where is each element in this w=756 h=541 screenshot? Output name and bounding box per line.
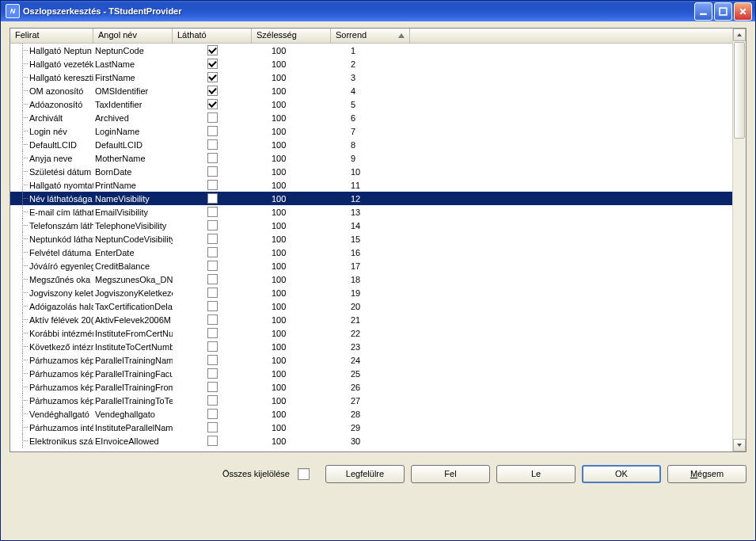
visible-checkbox[interactable] <box>207 59 218 69</box>
table-row[interactable]: Hallgató nyomtatPrintName10011 <box>10 178 733 192</box>
cancel-button[interactable]: Mégsem <box>667 465 747 483</box>
table-row[interactable]: Születési dátumBornDate10010 <box>10 165 733 178</box>
visible-checkbox[interactable] <box>207 220 218 230</box>
table-row[interactable]: Megszűnés okaMegszunesOka_DN10018 <box>10 272 733 286</box>
table-row[interactable]: Aktív félévek 20(AktivFelevek2006M10021 <box>10 313 733 326</box>
table-row[interactable]: Login névLoginName1007 <box>10 124 733 138</box>
tree-lines-icon <box>15 353 29 367</box>
cell-szelesseg: 100 <box>252 288 331 299</box>
tree-lines-icon <box>15 57 29 70</box>
up-button[interactable]: Fel <box>411 465 490 483</box>
visible-checkbox[interactable] <box>207 45 218 55</box>
table-row[interactable]: Párhuzamos inté:InstituteParallelName100… <box>10 421 733 434</box>
scroll-down-button[interactable] <box>733 439 746 451</box>
visible-checkbox[interactable] <box>207 112 218 123</box>
visible-checkbox[interactable] <box>207 139 218 150</box>
header-felirat[interactable]: Felirat <box>10 29 93 43</box>
header-szelesseg[interactable]: Szélesség <box>252 29 331 43</box>
header-angol[interactable]: Angol név <box>93 29 173 43</box>
scroll-up-button[interactable] <box>733 29 746 41</box>
header-lathato[interactable]: Látható <box>173 29 252 43</box>
titlebar[interactable]: N Oszlopszerkesztés - TStudentProvider <box>1 1 755 21</box>
ok-button[interactable]: OK <box>582 465 661 483</box>
visible-checkbox[interactable] <box>207 261 218 271</box>
table-row[interactable]: AdóazonosítóTaxIdentifier1005 <box>10 97 733 111</box>
cell-sorrend: 8 <box>331 139 410 150</box>
cell-angol: BornDate <box>93 166 173 177</box>
visible-checkbox[interactable] <box>207 288 218 298</box>
cell-szelesseg: 100 <box>252 301 331 312</box>
table-row[interactable]: Párhuzamos kép:ParallelTrainingFacu10025 <box>10 367 733 380</box>
table-row[interactable]: Párhuzamos kép:ParallelTrainingFrom10026 <box>10 380 733 394</box>
scrollbar[interactable] <box>732 29 746 451</box>
scroll-thumb[interactable] <box>734 42 745 139</box>
table-row[interactable]: Hallgató vezetékLastName1002 <box>10 57 733 70</box>
minimize-button[interactable] <box>694 2 712 21</box>
top-button[interactable]: Legfelülre <box>325 465 405 483</box>
table-row[interactable]: Hallgató keresztiFirstName1003 <box>10 70 733 84</box>
table-row[interactable]: Jogviszony keletJogviszonyKeletkeze10019 <box>10 286 733 299</box>
visible-checkbox[interactable] <box>207 247 218 257</box>
cell-szelesseg: 100 <box>252 355 331 366</box>
table-row[interactable]: Jóváíró egyenlegCreditBalance10017 <box>10 259 733 272</box>
visible-checkbox[interactable] <box>207 341 218 352</box>
cell-sorrend: 12 <box>331 193 410 204</box>
visible-checkbox[interactable] <box>207 86 218 96</box>
visible-checkbox[interactable] <box>207 153 218 163</box>
table-row[interactable]: Következő intéznInstituteToCertNumb10023 <box>10 340 733 353</box>
visible-checkbox[interactable] <box>207 193 218 204</box>
visible-checkbox[interactable] <box>207 166 218 177</box>
visible-checkbox[interactable] <box>207 207 218 217</box>
table-row[interactable]: Anyja neveMotherName1009 <box>10 151 733 165</box>
visible-checkbox[interactable] <box>207 180 218 190</box>
visible-checkbox[interactable] <box>207 314 218 325</box>
cell-szelesseg: 100 <box>252 139 331 150</box>
table-row[interactable]: Felvétel dátumaEnterDate10016 <box>10 246 733 259</box>
table-row[interactable]: VendéghallgatóVendeghallgato10028 <box>10 407 733 421</box>
table-row[interactable]: Hallgató NeptunNeptunCode1001 <box>10 44 733 57</box>
maximize-button[interactable] <box>714 2 732 21</box>
visible-checkbox[interactable] <box>207 301 218 311</box>
visible-checkbox[interactable] <box>207 395 218 406</box>
down-button[interactable]: Le <box>496 465 576 483</box>
select-all-checkbox[interactable] <box>298 468 310 480</box>
cell-sorrend: 21 <box>331 314 410 326</box>
visible-checkbox[interactable] <box>207 126 218 136</box>
header-sorrend[interactable]: Sorrend <box>331 29 410 43</box>
visible-checkbox[interactable] <box>207 328 218 338</box>
felirat-text: Hallgató nyomtat <box>29 181 93 190</box>
table-row[interactable]: Név láthatóságaNameVisibility10012 <box>10 192 733 205</box>
table-row[interactable]: ArchiváltArchived1006 <box>10 111 733 124</box>
table-row[interactable]: DefaultLCIDDefaultLCID1008 <box>10 138 733 151</box>
visible-checkbox[interactable] <box>207 368 218 379</box>
visible-checkbox[interactable] <box>207 99 218 109</box>
tree-lines-icon <box>15 367 29 380</box>
table-row[interactable]: Elektronikus szárEInvoiceAllowed10030 <box>10 434 733 448</box>
table-row[interactable]: Neptunkód láthatNeptunCodeVisibility1001… <box>10 232 733 246</box>
cell-angol: ParallelTrainingFrom <box>93 382 173 393</box>
visible-checkbox[interactable] <box>207 72 218 82</box>
visible-checkbox[interactable] <box>207 234 218 244</box>
table-row[interactable]: Korábbi intézménInstituteFromCertNum1002… <box>10 326 733 340</box>
visible-checkbox[interactable] <box>207 409 218 419</box>
cell-sorrend: 10 <box>331 166 410 177</box>
table-row[interactable]: Telefonszám láthTelephoneVisibility10014 <box>10 219 733 232</box>
table-row[interactable]: Adóigazolás halaTaxCertificationDela1002… <box>10 299 733 313</box>
visible-checkbox[interactable] <box>207 422 218 432</box>
table-row[interactable]: E-mail cím láthatEmailVisibility10013 <box>10 205 733 219</box>
cell-angol: MegszunesOka_DN <box>93 274 173 285</box>
close-button[interactable] <box>734 2 752 21</box>
cell-szelesseg: 100 <box>252 45 331 56</box>
table-row[interactable]: Párhuzamos kép:ParallelTrainingToTe10027 <box>10 394 733 407</box>
visible-checkbox[interactable] <box>207 436 218 446</box>
felirat-text: Hallgató vezeték <box>29 59 93 69</box>
cell-szelesseg: 100 <box>252 382 331 393</box>
cell-felirat: Elektronikus szár <box>10 433 93 448</box>
table-row[interactable]: Párhuzamos kép:ParallelTrainingName10024 <box>10 353 733 367</box>
visible-checkbox[interactable] <box>207 382 218 392</box>
cell-lathato <box>173 85 252 97</box>
cell-sorrend: 23 <box>331 341 410 352</box>
table-row[interactable]: OM azonosítóOMSIdentifier1004 <box>10 84 733 97</box>
visible-checkbox[interactable] <box>207 355 218 365</box>
visible-checkbox[interactable] <box>207 274 218 284</box>
